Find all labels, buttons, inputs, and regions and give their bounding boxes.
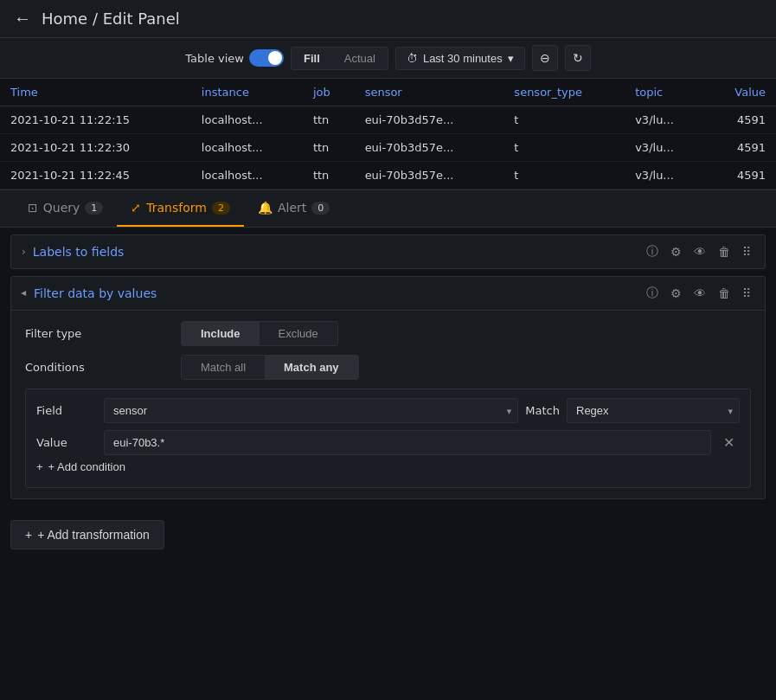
labels-to-fields-title: Labels to fields <box>33 245 636 259</box>
cell-sensor-type: t <box>503 134 625 162</box>
cell-instance: localhost... <box>191 106 303 134</box>
exclude-button[interactable]: Exclude <box>260 322 337 345</box>
match-all-button[interactable]: Match all <box>182 356 265 379</box>
fill-button[interactable]: Fill <box>292 48 332 69</box>
add-transform-icon: + <box>25 528 32 542</box>
table-view-label: Table view <box>185 52 244 65</box>
labels-info-button[interactable]: ⓘ <box>643 242 662 261</box>
filter-info-button[interactable]: ⓘ <box>643 284 662 303</box>
conditions-row: Conditions Match all Match any <box>25 355 751 380</box>
condition-block: Field sensor instance job sensor_type to… <box>25 389 751 488</box>
cell-job: ttn <box>303 106 355 134</box>
col-sensor: sensor <box>355 79 504 106</box>
time-range-button[interactable]: ⏱ Last 30 minutes ▾ <box>395 47 525 70</box>
cell-sensor-type: t <box>503 162 625 189</box>
filter-debug-button[interactable]: ⚙ <box>667 285 685 302</box>
labels-eye-button[interactable]: 👁 <box>690 243 709 260</box>
filter-type-label: Filter type <box>25 327 181 340</box>
back-button[interactable]: ← <box>14 9 31 29</box>
value-label: Value <box>36 436 97 449</box>
tab-alert[interactable]: 🔔 Alert 0 <box>244 190 343 227</box>
col-time: Time <box>0 79 191 106</box>
filter-data-header[interactable]: ▾ Filter data by values ⓘ ⚙ 👁 🗑 ⠿ <box>11 277 765 310</box>
cell-job: ttn <box>303 134 355 162</box>
col-topic: topic <box>625 79 705 106</box>
field-match-row: Field sensor instance job sensor_type to… <box>36 398 740 423</box>
cell-sensor: eui-70b3d57e... <box>355 106 504 134</box>
match-label: Match <box>525 404 560 417</box>
add-condition-icon: + <box>36 460 43 473</box>
filter-drag-button[interactable]: ⠿ <box>739 285 754 302</box>
tab-alert-label: Alert <box>278 201 306 215</box>
cell-sensor: eui-70b3d57e... <box>355 134 504 162</box>
col-job: job <box>303 79 355 106</box>
time-chevron-icon: ▾ <box>508 52 514 65</box>
add-transform-label: + Add transformation <box>37 528 150 542</box>
tab-transform-label: Transform <box>146 201 207 215</box>
table-view-toggle: Table view <box>185 49 284 67</box>
filter-data-title: Filter data by values <box>34 286 636 300</box>
filter-delete-button[interactable]: 🗑 <box>715 285 734 302</box>
refresh-button[interactable]: ↻ <box>565 45 591 71</box>
labels-to-fields-header[interactable]: › Labels to fields ⓘ ⚙ 👁 🗑 ⠿ <box>11 235 765 268</box>
zoom-out-button[interactable]: ⊖ <box>532 45 558 71</box>
cell-value: 4591 <box>706 106 776 134</box>
add-condition-button[interactable]: + + Add condition <box>36 455 125 478</box>
fill-actual-group: Fill Actual <box>291 47 388 70</box>
transform-icon: ⤢ <box>131 201 141 215</box>
filter-type-row: Filter type Include Exclude <box>25 321 751 346</box>
tab-alert-badge: 0 <box>311 202 330 215</box>
cell-job: ttn <box>303 162 355 189</box>
toggle-knob <box>268 51 282 65</box>
table-row: 2021-10-21 11:22:45 localhost... ttn eui… <box>0 162 776 189</box>
field-label: Field <box>36 404 97 417</box>
zoom-out-icon: ⊖ <box>540 51 550 65</box>
add-transformation-button[interactable]: + + Add transformation <box>10 520 164 549</box>
cell-time: 2021-10-21 11:22:45 <box>0 162 191 189</box>
refresh-icon: ↻ <box>573 51 583 65</box>
cell-topic: v3/lu... <box>625 162 705 189</box>
time-icon: ⏱ <box>407 52 418 65</box>
data-table: Time instance job sensor sensor_type top… <box>0 79 776 189</box>
time-range-label: Last 30 minutes <box>423 52 503 65</box>
filter-eye-button[interactable]: 👁 <box>690 285 709 302</box>
tab-query-label: Query <box>43 201 80 215</box>
match-select[interactable]: Regex = != > < >= <= <box>567 398 740 423</box>
table-view-switch[interactable] <box>249 49 284 67</box>
cell-value: 4591 <box>706 162 776 189</box>
remove-condition-button[interactable]: ✕ <box>718 433 740 453</box>
cell-sensor: eui-70b3d57e... <box>355 162 504 189</box>
field-select[interactable]: sensor instance job sensor_type topic va… <box>104 398 518 423</box>
match-group: Match all Match any <box>181 355 359 380</box>
cell-instance: localhost... <box>191 162 303 189</box>
table-header-row: Time instance job sensor sensor_type top… <box>0 79 776 106</box>
filter-type-group: Include Exclude <box>181 321 338 346</box>
app-header: ← Home / Edit Panel <box>0 0 776 38</box>
value-input[interactable] <box>104 430 711 455</box>
tab-query[interactable]: ⊡ Query 1 <box>14 190 117 227</box>
field-select-wrapper: sensor instance job sensor_type topic va… <box>104 398 518 423</box>
tabs-bar: ⊡ Query 1 ⤢ Transform 2 🔔 Alert 0 <box>0 190 776 228</box>
data-table-container: Time instance job sensor sensor_type top… <box>0 79 776 190</box>
actual-button[interactable]: Actual <box>332 48 388 69</box>
col-sensor-type: sensor_type <box>503 79 625 106</box>
cell-instance: localhost... <box>191 134 303 162</box>
match-any-button[interactable]: Match any <box>265 356 358 379</box>
collapse-icon-filter: ▾ <box>18 291 30 296</box>
labels-drag-button[interactable]: ⠿ <box>739 243 754 260</box>
labels-debug-button[interactable]: ⚙ <box>667 243 685 260</box>
toolbar: Table view Fill Actual ⏱ Last 30 minutes… <box>0 38 776 79</box>
table-row: 2021-10-21 11:22:15 localhost... ttn eui… <box>0 106 776 134</box>
labels-delete-button[interactable]: 🗑 <box>715 243 734 260</box>
cell-time: 2021-10-21 11:22:30 <box>0 134 191 162</box>
labels-to-fields-actions: ⓘ ⚙ 👁 🗑 ⠿ <box>643 242 754 261</box>
match-select-wrapper: Regex = != > < >= <= ▾ <box>567 398 740 423</box>
tab-query-badge: 1 <box>85 202 103 215</box>
cell-topic: v3/lu... <box>625 134 705 162</box>
value-row: Value ✕ <box>36 430 740 455</box>
col-value: Value <box>706 79 776 106</box>
tab-transform[interactable]: ⤢ Transform 2 <box>117 190 244 227</box>
include-button[interactable]: Include <box>182 322 260 345</box>
col-instance: instance <box>191 79 303 106</box>
add-condition-label: + Add condition <box>48 460 125 473</box>
